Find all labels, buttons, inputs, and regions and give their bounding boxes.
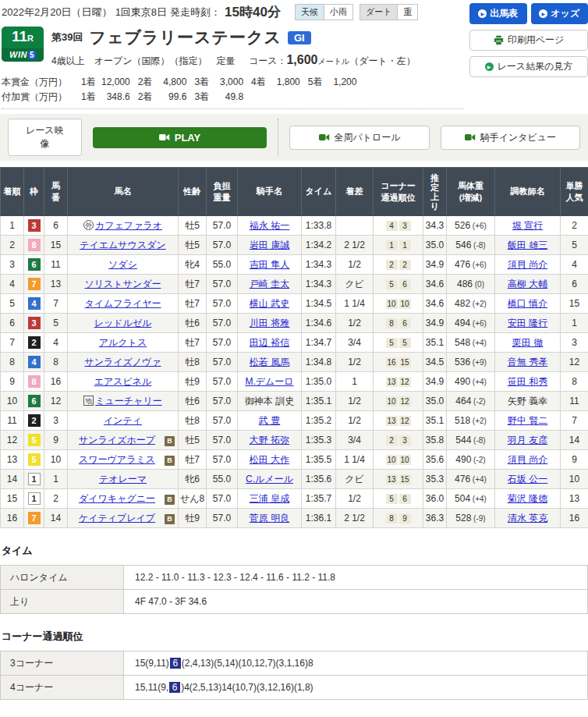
jockey-interview-button[interactable]: 騎手インタビュー [441, 126, 580, 150]
horse-weight-diff: (+2) [470, 417, 487, 425]
odds-button[interactable]: ▶オッズ [531, 3, 588, 24]
jockey-link[interactable]: 川田 将雅 [250, 318, 289, 328]
jockey-link[interactable]: 武 豊 [259, 415, 280, 426]
weather-tag: ダート重 [360, 4, 419, 20]
corner-positions: 43 [374, 216, 423, 236]
trainer-link[interactable]: 橋口 慎介 [508, 298, 547, 309]
jockey-link[interactable]: 大野 拓弥 [250, 435, 289, 445]
prize-label: 付加賞（万円） [2, 90, 73, 105]
horse-link[interactable]: テオレーマ [99, 474, 147, 485]
finish-time: 1:35.2 [302, 411, 336, 431]
horse-link[interactable]: ケイティブレイブ [79, 513, 155, 524]
jockey-link[interactable]: 福永 祐一 [250, 220, 289, 231]
horse-link[interactable]: ソリストサンダー [85, 279, 161, 289]
last-3f-time: 35.8 [423, 431, 447, 450]
jockey-link[interactable]: C.ルメール [246, 474, 293, 485]
date-line: 2022年2月20日（日曜） 1回東京8日 発走時刻： 15時40分 天候小雨ダ… [2, 3, 463, 21]
jockey-link[interactable]: 戸崎 圭太 [250, 279, 289, 289]
trainer-link[interactable]: 安田 隆行 [508, 318, 547, 328]
sex-age: 牡9 [179, 372, 207, 392]
carried-weight: 57.0 [207, 333, 238, 353]
trainer-link[interactable]: 笹田 和秀 [508, 376, 547, 387]
horse-link[interactable]: エアスピネル [94, 376, 152, 387]
prize-amount: 348.6 [96, 90, 130, 105]
video-camera-icon [465, 133, 476, 141]
horse-link[interactable]: サンライズノヴァ [84, 357, 161, 367]
column-header: 負担 重量 [207, 168, 238, 216]
patrol-video-button[interactable]: 全周パトロール [289, 126, 429, 150]
frame-cell: 6 [24, 255, 44, 275]
horse-link[interactable]: タイムフライヤー [85, 298, 161, 309]
horse-link[interactable]: サンライズホープ [79, 435, 155, 445]
sex-age: 牝4 [179, 255, 207, 275]
margin: 1/2 [336, 314, 374, 333]
trainer-link[interactable]: 堀 宣行 [512, 220, 543, 231]
frame-number: 2 [28, 336, 41, 349]
corner-position: 5 [399, 338, 411, 348]
jockey-cell: 御神本 訓史 [238, 392, 302, 411]
course-note: （ダート・左） [349, 55, 416, 66]
horse-number: 16 [44, 372, 68, 392]
jockey-link[interactable]: 田辺 裕信 [250, 337, 289, 348]
horse-link[interactable]: スワーヴアラミス [79, 454, 155, 465]
frame-number: 6 [28, 395, 41, 407]
trainer-link[interactable]: 羽月 友彦 [508, 435, 547, 445]
horse-link[interactable]: カフェファラオ [95, 220, 162, 231]
trainer-cell: 高柳 大輔 [495, 275, 561, 294]
jockey-link[interactable]: 岩田 康誠 [250, 240, 289, 250]
horse-link[interactable]: テイエムサウスダン [80, 240, 166, 250]
highlighted-horse-number: 6 [170, 658, 181, 669]
sex-age: 牡7 [179, 275, 207, 294]
win-popularity: 6 [561, 275, 588, 294]
corner-position: 13 [386, 416, 398, 426]
sex-age: 牡5 [179, 236, 207, 255]
horse-link[interactable]: ダイワキャグニー [79, 493, 155, 504]
horse-link[interactable]: レッドルゼル [94, 318, 152, 328]
jockey-link[interactable]: 三浦 皇成 [250, 493, 289, 504]
entries-button[interactable]: ▶出馬表 [469, 3, 527, 24]
trainer-cell: 石坂 公一 [495, 470, 561, 489]
horse-weight: 476 (+4) [447, 470, 495, 489]
win-popularity: 7 [561, 411, 588, 431]
frame-cell: 8 [24, 372, 44, 392]
trainer-cell: 須貝 尚介 [495, 255, 561, 275]
race-number-badge: 11R WIN5 [2, 27, 44, 62]
header-left: 2022年2月20日（日曜） 1回東京8日 発走時刻： 15時40分 天候小雨ダ… [2, 3, 463, 109]
print-button[interactable]: 印刷用ページ [469, 30, 588, 51]
guide-button[interactable]: ▶レース結果の見方 [469, 56, 588, 77]
win-popularity: 11 [561, 392, 588, 411]
race-video-button[interactable]: レース映像 [8, 119, 82, 156]
trainer-link[interactable]: 栗田 徹 [512, 337, 543, 348]
horse-weight-diff: (+4) [470, 339, 487, 347]
horse-link[interactable]: インティ [104, 415, 142, 426]
trainer-link[interactable]: 野中 賢二 [508, 415, 547, 426]
carried-weight: 57.0 [207, 216, 238, 236]
jockey-link[interactable]: 吉田 隼人 [250, 259, 289, 270]
corner-order-text: )4(2,5,13)14(10,7)(3,12,16)(1,8) [181, 682, 313, 693]
jockey-link[interactable]: 松田 大作 [250, 454, 289, 465]
jockey-link[interactable]: 松若 風馬 [250, 357, 289, 367]
finish-position: 14 [1, 470, 24, 489]
jockey-link[interactable]: 横山 武史 [250, 298, 289, 309]
trainer-link[interactable]: 飯田 雄三 [508, 240, 547, 250]
trainer-link[interactable]: 石坂 公一 [508, 474, 547, 485]
trainer-link[interactable]: 清水 英克 [508, 513, 547, 524]
jockey-link[interactable]: 菅原 明良 [250, 513, 289, 524]
trainer-link[interactable]: 高柳 大輔 [508, 279, 547, 289]
trainer-link[interactable]: 音無 秀孝 [508, 357, 547, 367]
jockey-link[interactable]: M.デムーロ [245, 376, 293, 387]
trainer-cell: 清水 英克 [495, 509, 561, 528]
frame-number: 5 [28, 434, 41, 446]
win-popularity: 2 [561, 216, 588, 236]
trainer-link[interactable]: 菊沢 隆徳 [508, 493, 547, 504]
trainer-link[interactable]: 須貝 尚介 [508, 454, 547, 465]
win-popularity: 12 [561, 353, 588, 372]
trainer-link[interactable]: 須貝 尚介 [508, 259, 547, 270]
play-button[interactable]: PLAY [93, 127, 267, 148]
sex-age: 牝6 [179, 470, 207, 489]
horse-link[interactable]: ソダシ [108, 259, 137, 270]
result-row: 635レッドルゼル牡657.0川田 将雅1:34.61/28634.9494 (… [1, 314, 588, 333]
finish-position: 13 [1, 450, 24, 470]
horse-link[interactable]: アルクトス [99, 337, 147, 348]
horse-link[interactable]: ミューチャリー [95, 396, 161, 406]
